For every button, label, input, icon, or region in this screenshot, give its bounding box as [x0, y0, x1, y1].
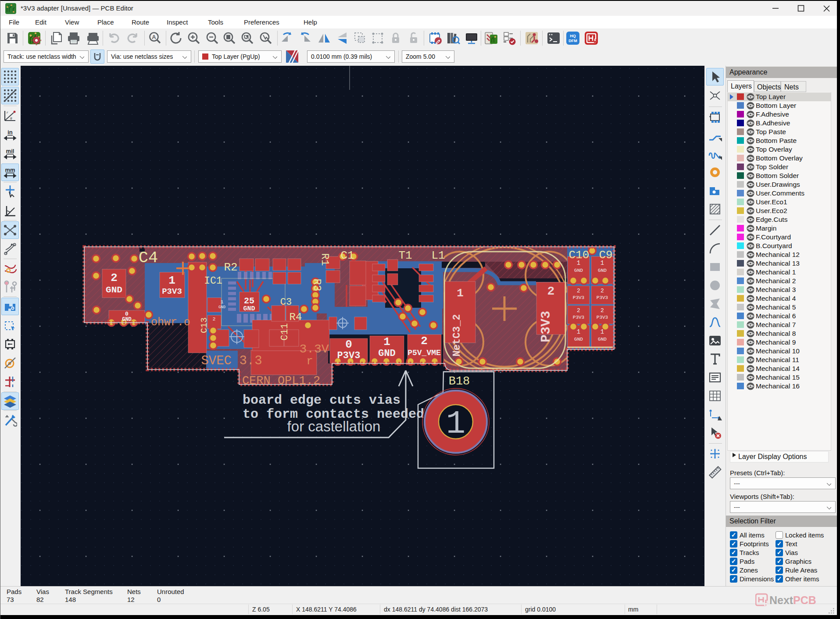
svg-text:NetC3_2: NetC3_2: [451, 314, 463, 357]
svg-text:R2: R2: [224, 261, 237, 274]
svg-text:mil: mil: [6, 148, 14, 154]
svg-text:GND: GND: [574, 268, 583, 273]
svg-text:2: 2: [601, 288, 604, 294]
svg-text:mm: mm: [5, 167, 15, 173]
svg-text:1: 1: [446, 406, 465, 442]
svg-text:2: 2: [547, 285, 555, 298]
svg-text:P3V3: P3V3: [573, 295, 584, 300]
svg-text:1: 1: [383, 335, 390, 349]
svg-text:2: 2: [421, 334, 428, 348]
svg-text:A: A: [152, 34, 156, 40]
svg-text:P3V3: P3V3: [597, 315, 608, 320]
svg-text:2: 2: [213, 317, 216, 322]
svg-text:25: 25: [244, 296, 254, 306]
svg-text:CERN OPL1.2: CERN OPL1.2: [242, 374, 320, 388]
svg-text:P5V_VME: P5V_VME: [407, 349, 441, 357]
svg-text:GND: GND: [574, 337, 583, 342]
svg-text:PCB: PCB: [793, 594, 816, 606]
svg-text:GND: GND: [243, 305, 255, 313]
svg-text:DFM: DFM: [568, 39, 577, 43]
svg-text:P3V3: P3V3: [162, 287, 182, 296]
svg-text:C3: C3: [280, 297, 292, 308]
svg-text:1: 1: [601, 260, 604, 267]
svg-text:for castellation: for castellation: [287, 418, 381, 434]
svg-text:R1: R1: [319, 253, 331, 266]
svg-text:1: 1: [577, 260, 580, 267]
svg-text:ohwr.o: ohwr.o: [151, 316, 190, 329]
svg-text:SVEC 3.3: SVEC 3.3: [201, 354, 262, 368]
svg-text:2: 2: [577, 307, 580, 314]
svg-text:C11: C11: [279, 323, 290, 341]
svg-text:HQ: HQ: [570, 34, 576, 38]
svg-text:R4: R4: [290, 311, 302, 323]
svg-text:GND: GND: [378, 348, 396, 359]
svg-text:GND: GND: [106, 285, 122, 295]
svg-text:2: 2: [601, 307, 604, 314]
svg-text:2: 2: [577, 288, 580, 294]
svg-text:board edge cuts vias: board edge cuts vias: [243, 393, 400, 408]
svg-text:GND: GND: [122, 317, 132, 323]
svg-text:P3V3: P3V3: [539, 311, 554, 342]
svg-text:IC1: IC1: [204, 275, 222, 287]
svg-text:θ: θ: [10, 116, 12, 121]
svg-text:P3V3: P3V3: [573, 315, 584, 320]
svg-text:GND: GND: [598, 268, 607, 273]
svg-text:0: 0: [345, 338, 352, 351]
svg-text:P3V3: P3V3: [337, 350, 361, 361]
svg-text:C13: C13: [199, 317, 209, 333]
svg-text:GND: GND: [598, 337, 607, 342]
svg-text:C4: C4: [139, 249, 158, 267]
svg-text:T1: T1: [398, 249, 412, 262]
svg-text:C1: C1: [340, 249, 354, 262]
svg-text:L1: L1: [431, 249, 445, 262]
svg-text:1: 1: [577, 328, 580, 335]
svg-text:P3V3: P3V3: [597, 295, 608, 300]
svg-text:r: r: [7, 110, 8, 114]
svg-text:1: 1: [168, 274, 175, 287]
svg-text:r: r: [306, 355, 313, 368]
svg-text:R3: R3: [311, 279, 323, 292]
svg-text:3.3V: 3.3V: [299, 342, 329, 356]
svg-text:1: 1: [221, 299, 224, 305]
svg-text:GND: GND: [218, 305, 225, 310]
svg-text:in: in: [7, 129, 13, 135]
svg-text:Next: Next: [769, 594, 794, 606]
svg-text:B18: B18: [449, 375, 470, 388]
svg-text:1: 1: [457, 287, 464, 300]
svg-text:1: 1: [601, 328, 604, 335]
svg-text:2: 2: [111, 271, 118, 285]
